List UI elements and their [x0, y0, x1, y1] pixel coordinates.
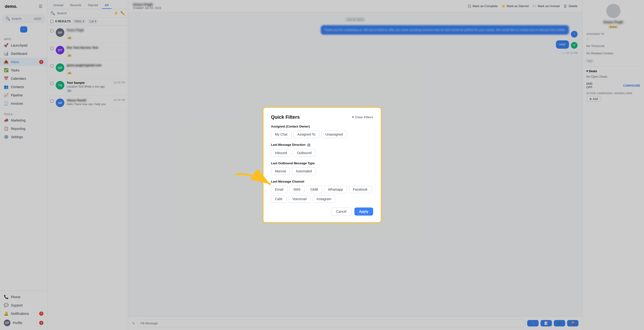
filter-facebook[interactable]: Facebook [349, 186, 372, 193]
channel-section-label: Last Message Channel [271, 180, 373, 183]
filter-outbound[interactable]: Outbound [293, 149, 316, 157]
outbound-type-filter-section: Last Outbound Message Type Manual Automa… [271, 162, 373, 175]
filter-inbound[interactable]: Inbound [271, 149, 291, 157]
filter-manual[interactable]: Manual [271, 167, 290, 175]
filter-assigned-to[interactable]: Assigned To [294, 130, 320, 138]
direction-filter-section: Last Message Direction i Inbound Outboun… [271, 143, 373, 157]
filter-instagram[interactable]: Instagram [312, 195, 336, 203]
outbound-type-section-label: Last Outbound Message Type [271, 162, 373, 165]
modal-footer: Cancel Apply [271, 208, 373, 216]
filter-unassigned[interactable]: Unassigned [322, 130, 347, 138]
filter-voicemail[interactable]: Voicemail [288, 195, 311, 203]
assigned-buttons: My Chat Assigned To Unassigned [271, 130, 373, 138]
info-icon[interactable]: i [307, 144, 310, 147]
modal-overlay[interactable]: Quick Filters ✕ Clear Filters Assigned (… [0, 0, 644, 330]
assigned-filter-section: Assigned (Contact Owner) My Chat Assigne… [271, 125, 373, 138]
direction-buttons: Inbound Outbound [271, 149, 373, 157]
filter-automated[interactable]: Automated [292, 167, 316, 175]
filter-whatsapp[interactable]: Whatsapp [324, 186, 347, 193]
channel-buttons: Email SMS GMB Whatsapp Facebook Calls Vo… [271, 186, 373, 203]
filter-sms[interactable]: SMS [289, 186, 304, 193]
outbound-type-buttons: Manual Automated [271, 167, 373, 175]
apply-button[interactable]: Apply [354, 208, 373, 216]
x-icon: ✕ [352, 116, 354, 119]
filter-email[interactable]: Email [271, 186, 288, 193]
assigned-section-label: Assigned (Contact Owner) [271, 125, 373, 128]
channel-filter-section: Last Message Channel Email SMS GMB Whats… [271, 180, 373, 203]
modal-title-text: Quick Filters [271, 114, 300, 120]
direction-section-label: Last Message Direction i [271, 143, 373, 147]
filter-gmb[interactable]: GMB [306, 186, 322, 193]
quick-filters-modal: Quick Filters ✕ Clear Filters Assigned (… [263, 107, 382, 223]
filter-my-chat[interactable]: My Chat [271, 130, 292, 138]
modal-title-bar: Quick Filters ✕ Clear Filters [271, 114, 373, 120]
cancel-button[interactable]: Cancel [331, 208, 352, 216]
filter-calls[interactable]: Calls [271, 195, 286, 203]
clear-filters-button[interactable]: ✕ Clear Filters [352, 116, 373, 119]
